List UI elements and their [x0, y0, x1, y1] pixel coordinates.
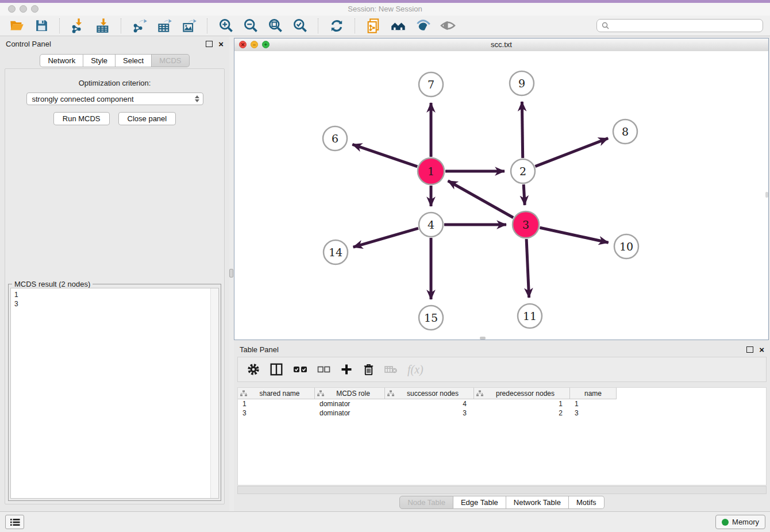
cell-name[interactable]: 1 [570, 399, 617, 408]
open-session-button[interactable] [7, 17, 26, 34]
column-header-successor-nodes[interactable]: successor nodes [385, 388, 474, 399]
graph-edge-3-10[interactable] [540, 228, 608, 242]
column-header-mcds-role[interactable]: MCDS role [315, 388, 385, 399]
create-column-button[interactable] [340, 363, 353, 376]
graph-node-label: 9 [518, 77, 525, 90]
graph-edge-2-3[interactable] [523, 184, 525, 205]
panel-divider[interactable] [229, 36, 234, 511]
column-header-predecessor-nodes[interactable]: predecessor nodes [474, 388, 570, 399]
close-table-panel-icon[interactable]: × [759, 345, 764, 354]
graph-node-label: 14 [329, 246, 342, 259]
column-header-name[interactable]: name [570, 388, 617, 399]
zoom-fit-button[interactable] [265, 17, 285, 34]
select-stepper-icon [195, 95, 199, 102]
memory-label: Memory [732, 518, 759, 526]
graph-node-label: 8 [622, 125, 629, 138]
export-table-button[interactable] [155, 17, 174, 34]
apply-style-button[interactable] [413, 17, 433, 34]
deselect-all-button[interactable] [317, 365, 330, 373]
mcds-result-title: MCDS result (2 nodes) [12, 280, 93, 288]
deselect-all-icon [317, 365, 330, 373]
zoom-in-button[interactable] [216, 17, 236, 34]
cell-successor-nodes[interactable]: 4 [385, 399, 474, 408]
export-network-button[interactable] [130, 17, 149, 34]
memory-indicator-dot [722, 519, 729, 526]
save-session-button[interactable] [32, 17, 51, 34]
result-line: 3 [14, 299, 215, 309]
import-table-button[interactable] [93, 17, 113, 34]
tab-network[interactable]: Network [40, 54, 83, 67]
cell-name[interactable]: 3 [570, 408, 617, 418]
cell-shared-name[interactable]: 1 [238, 399, 315, 408]
graph-edge-3-1[interactable] [448, 181, 514, 218]
search-input[interactable] [612, 21, 758, 30]
tab-mcds[interactable]: MCDS [152, 54, 189, 67]
hierarchy-icon [317, 390, 324, 397]
tab-network-table[interactable]: Network Table [506, 496, 569, 509]
import-network-button[interactable] [68, 17, 88, 34]
cell-predecessor-nodes[interactable]: 2 [474, 408, 570, 418]
table-tabs: Node Table Edge Table Network Table Moti… [399, 496, 604, 509]
table-row[interactable]: 1 dominator 4 1 1 [238, 399, 766, 408]
cell-shared-name[interactable]: 3 [238, 408, 315, 418]
network-window-titlebar[interactable]: ✕ − + scc.txt [234, 38, 768, 52]
toolbar-separator [59, 18, 60, 33]
delete-column-button[interactable] [363, 363, 375, 376]
graph-node-label: 10 [619, 240, 633, 253]
result-line: 1 [14, 290, 215, 299]
select-all-icon [293, 365, 307, 374]
window-accent-strip [0, 0, 770, 3]
graph-edge-2-8[interactable] [535, 138, 608, 167]
app-title-bar: Session: New Session [0, 0, 770, 16]
hierarchy-icon [476, 390, 483, 397]
table-settings-button[interactable] [247, 363, 260, 376]
graph-node-label: 3 [522, 218, 529, 231]
tab-select[interactable]: Select [116, 54, 152, 67]
export-image-button[interactable] [179, 17, 199, 34]
apply-layout-button[interactable] [327, 17, 346, 34]
column-header-shared-name[interactable]: shared name [238, 388, 315, 399]
result-scrollbar[interactable] [210, 288, 218, 498]
import-network-icon [71, 18, 86, 33]
network-window-title: scc.txt [234, 40, 768, 49]
table-hscrollbar[interactable] [237, 486, 767, 494]
float-table-panel-icon[interactable] [746, 346, 753, 353]
criterion-value: strongly connected component [32, 95, 195, 103]
cell-mcds-role[interactable]: dominator [315, 399, 385, 408]
graph-edge-1-6[interactable] [352, 144, 417, 167]
show-hide-button[interactable] [438, 17, 457, 34]
memory-button[interactable]: Memory [715, 515, 765, 529]
float-panel-icon[interactable] [206, 41, 213, 47]
graph-edge-4-14[interactable] [353, 228, 418, 247]
tab-style[interactable]: Style [83, 54, 116, 67]
tab-motifs[interactable]: Motifs [569, 496, 605, 509]
show-columns-button[interactable] [270, 363, 283, 376]
network-from-selection-button[interactable] [364, 17, 383, 34]
close-panel-button[interactable]: Close panel [118, 112, 176, 125]
home-button[interactable] [388, 17, 408, 34]
run-mcds-button[interactable]: Run MCDS [53, 112, 110, 125]
table-row[interactable]: 3 dominator 3 2 3 [238, 408, 766, 418]
criterion-select[interactable]: strongly connected component [26, 92, 203, 105]
document-share-icon [365, 18, 382, 34]
toolbar-separator [207, 18, 208, 33]
select-all-button[interactable] [293, 365, 307, 374]
global-search-field[interactable] [596, 19, 763, 32]
graph-edge-3-11[interactable] [526, 239, 529, 298]
network-canvas[interactable]: 1234678910111415 [234, 51, 768, 340]
toolbar-separator [355, 18, 356, 33]
task-history-button[interactable] [5, 515, 24, 529]
close-panel-icon[interactable]: × [218, 40, 224, 48]
cell-mcds-role[interactable]: dominator [315, 408, 385, 418]
zoom-out-button[interactable] [241, 17, 260, 34]
cell-predecessor-nodes[interactable]: 1 [474, 399, 570, 408]
hierarchy-icon [387, 390, 394, 397]
cell-successor-nodes[interactable]: 3 [385, 408, 474, 418]
tab-node-table[interactable]: Node Table [399, 496, 453, 509]
zoom-selected-button[interactable] [290, 17, 310, 34]
tab-edge-table[interactable]: Edge Table [453, 496, 506, 509]
divider-handle[interactable] [229, 269, 233, 277]
graph-edge-2-9[interactable] [522, 102, 522, 158]
canvas-hscroll-thumb[interactable] [480, 337, 486, 340]
canvas-vscroll-thumb[interactable] [765, 192, 768, 198]
